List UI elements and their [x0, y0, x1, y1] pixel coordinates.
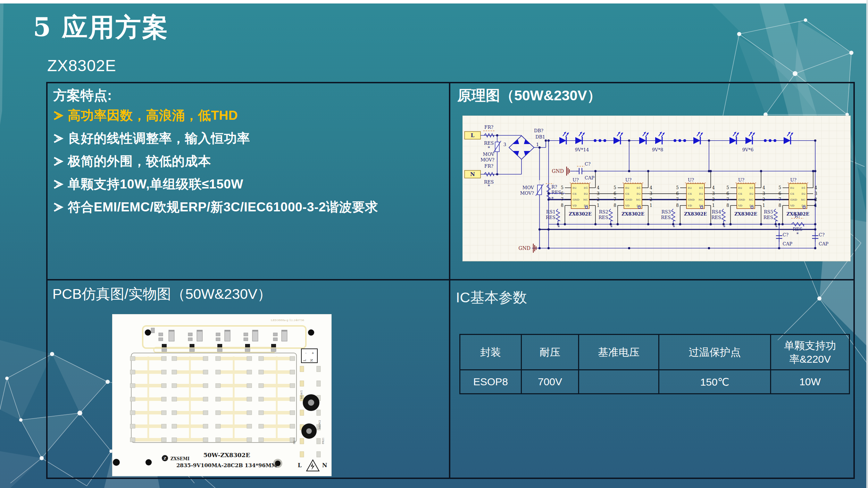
- svg-text:1: 1: [536, 142, 539, 147]
- svg-text:NC: NC: [583, 198, 588, 201]
- svg-text:*: *: [488, 184, 490, 189]
- svg-text:GND: GND: [688, 198, 695, 201]
- svg-text:7: 7: [561, 197, 564, 202]
- svg-text:9V*8: 9V*8: [652, 147, 663, 152]
- feature-bullet: 极简的外围，较低的成本: [52, 150, 378, 173]
- svg-text:CAP: CAP: [819, 241, 828, 246]
- svg-text:*: *: [558, 225, 560, 230]
- features-heading: 方案特点:: [53, 86, 112, 105]
- feature-bullet-text: 良好的线性调整率，输入恒功率: [68, 130, 250, 147]
- table-data-cell: 700V: [522, 370, 579, 393]
- bullet-arrow-icon: [52, 179, 64, 190]
- svg-text:MOV1: MOV1: [300, 390, 303, 399]
- svg-text:4: 4: [597, 185, 600, 190]
- svg-text:2: 2: [712, 197, 715, 202]
- table-header-cell: 基准电压: [579, 335, 659, 370]
- table-header-cell: 耐压: [522, 335, 579, 370]
- bullet-arrow-icon: [52, 110, 64, 121]
- svg-text:D1: D1: [801, 186, 806, 190]
- bullet-arrow-icon: [52, 156, 64, 167]
- svg-text:5: 5: [726, 185, 729, 190]
- content-grid: 方案特点: 高功率因数，高浪涌，低THD良好的线性调整率，输入恒功率极简的外围，…: [46, 82, 855, 479]
- svg-text:1: 1: [712, 203, 715, 208]
- svg-text:GND: GND: [738, 198, 745, 201]
- slide: 5 应用方案 ZX8302E 方案特点: 高功率因数，高浪涌，低THD良好的线性…: [0, 0, 868, 488]
- svg-text:L: L: [298, 462, 301, 469]
- svg-text:2: 2: [650, 197, 652, 202]
- svg-text:D3: D3: [749, 204, 753, 207]
- svg-text:NC: NC: [749, 198, 753, 201]
- svg-text:FR?: FR?: [484, 125, 493, 130]
- pcb-heading: PCB仿真图/实物图（50W&230V）: [52, 285, 272, 304]
- svg-text:N: N: [310, 359, 314, 362]
- svg-text:CAP: CAP: [783, 241, 792, 246]
- svg-text:R?: R?: [551, 184, 557, 190]
- svg-text:C?: C?: [819, 232, 825, 237]
- table-header-cell: 单颗支持功率&220V: [771, 335, 849, 370]
- svg-text:L: L: [303, 359, 307, 361]
- feature-bullet-text: 极简的外围，较低的成本: [68, 153, 211, 170]
- svg-text:*: *: [796, 232, 799, 237]
- svg-text:7: 7: [676, 197, 679, 202]
- svg-text:D1: D1: [749, 186, 753, 190]
- svg-text:RES: RES: [484, 141, 494, 146]
- svg-text:N: N: [322, 462, 327, 469]
- svg-text:+: +: [311, 351, 314, 355]
- svg-text:CS: CS: [688, 192, 692, 195]
- svg-text:D3: D3: [699, 204, 703, 207]
- svg-text:RS2: RS2: [599, 209, 608, 214]
- feature-bullet: 符合EMI/EMC/欧规ERP/新3C/IEC61000-3-2谐波要求: [52, 196, 378, 219]
- svg-text:6: 6: [561, 191, 564, 196]
- table-data-cell: 150℃: [659, 370, 771, 393]
- svg-text:R?: R?: [795, 213, 801, 219]
- svg-text:4: 4: [712, 185, 715, 190]
- svg-text:D2: D2: [625, 186, 629, 190]
- svg-text:ZX8302E: ZX8302E: [734, 211, 757, 217]
- svg-text:7: 7: [726, 197, 729, 202]
- svg-text:ZX8302E: ZX8302E: [569, 211, 592, 217]
- svg-text:8: 8: [561, 203, 564, 208]
- ic-params-heading: IC基本参数: [456, 288, 527, 307]
- svg-text:7: 7: [614, 197, 616, 202]
- svg-text:GND: GND: [790, 198, 797, 201]
- svg-text:GND: GND: [518, 245, 531, 251]
- svg-text:8: 8: [614, 203, 616, 208]
- svg-text:CS: CS: [573, 192, 577, 195]
- svg-text:VD: VD: [790, 204, 794, 207]
- svg-text:D1: D1: [699, 186, 703, 190]
- svg-text:1: 1: [597, 203, 600, 208]
- svg-text:7: 7: [778, 197, 781, 202]
- svg-text:RS3: RS3: [661, 209, 671, 214]
- svg-text:GND: GND: [625, 198, 632, 201]
- panel-pcb: PCB仿真图/实物图（50W&230V） LED3888a-g 12.24073…: [48, 280, 449, 478]
- feature-bullet-text: 单颗支持10W,单组级联≤150W: [68, 176, 243, 193]
- svg-text:RS4: RS4: [712, 209, 721, 214]
- svg-text:6: 6: [778, 191, 781, 196]
- svg-text:D2: D2: [790, 186, 794, 190]
- svg-text:4: 4: [815, 185, 817, 190]
- svg-text:8: 8: [726, 203, 729, 208]
- ic-params-table: 封装耐压基准电压过温保护点单颗支持功率&220VESOP8700V150℃10W: [459, 334, 850, 394]
- svg-text:NC: NC: [699, 198, 703, 201]
- svg-text:CAP: CAP: [585, 175, 594, 180]
- svg-text:RES: RES: [763, 215, 773, 220]
- feature-bullet-text: 符合EMI/EMC/欧规ERP/新3C/IEC61000-3-2谐波要求: [68, 199, 378, 216]
- svg-text:*: *: [551, 196, 554, 201]
- svg-text:CS: CS: [625, 192, 629, 195]
- svg-text:2835-9V100MA-28C2B 134*96MM: 2835-9V100MA-28C2B 134*96MM: [176, 462, 277, 469]
- svg-text:MOV: MOV: [523, 185, 534, 190]
- svg-text:RES: RES: [793, 227, 802, 232]
- svg-text:RES: RES: [599, 215, 608, 220]
- svg-text:8: 8: [676, 203, 679, 208]
- svg-text:9V*14: 9V*14: [575, 147, 589, 152]
- svg-text:D2: D2: [573, 186, 577, 190]
- schematic-heading: 原理图（50W&230V）: [457, 86, 601, 105]
- svg-text:6: 6: [726, 191, 729, 196]
- bullet-arrow-icon: [52, 133, 64, 144]
- svg-text:Z: Z: [164, 456, 166, 460]
- svg-text:6: 6: [676, 191, 679, 196]
- svg-text:MOV?: MOV?: [481, 157, 494, 162]
- svg-text:D2: D2: [699, 192, 703, 195]
- svg-text:50W-ZX8302E: 50W-ZX8302E: [203, 452, 250, 458]
- svg-text:D2: D2: [688, 186, 692, 190]
